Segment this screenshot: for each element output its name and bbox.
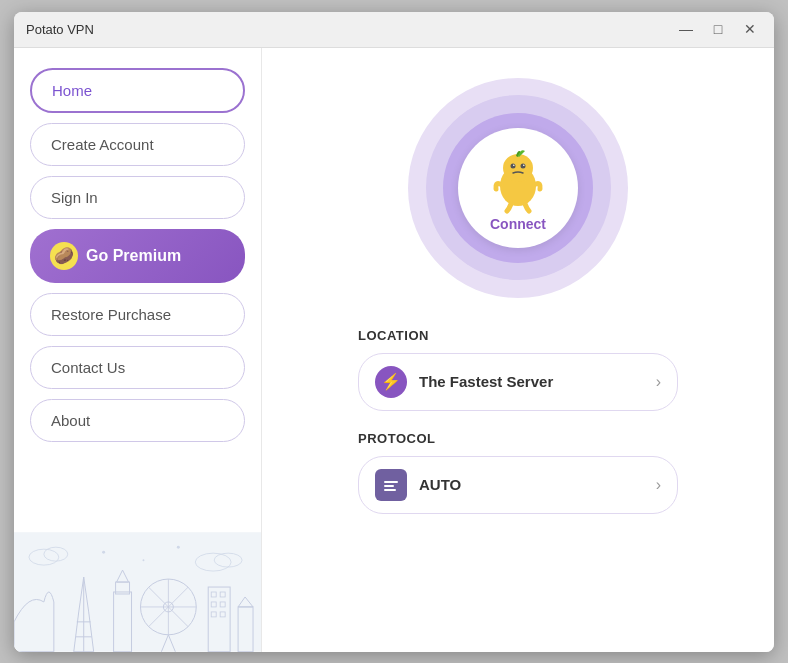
protocol-section: PROTOCOL AUTO › xyxy=(358,431,678,514)
svg-point-30 xyxy=(503,154,533,182)
location-section: LOCATION ⚡ The Fastest Server › xyxy=(358,328,678,411)
sidebar-item-home[interactable]: Home xyxy=(30,68,245,113)
svg-point-32 xyxy=(521,163,526,168)
sidebar-item-sign-in[interactable]: Sign In xyxy=(30,176,245,219)
protocol-icon xyxy=(375,469,407,501)
protocol-selector[interactable]: AUTO › xyxy=(358,456,678,514)
protocol-label: AUTO xyxy=(419,476,656,493)
connect-rings: Connect xyxy=(408,78,628,298)
svg-point-31 xyxy=(511,163,516,168)
minimize-button[interactable]: — xyxy=(674,17,698,41)
window-controls: — □ ✕ xyxy=(674,17,762,41)
sidebar-item-about[interactable]: About xyxy=(30,399,245,442)
svg-rect-37 xyxy=(384,489,396,491)
close-button[interactable]: ✕ xyxy=(738,17,762,41)
sidebar-nav: Home Create Account Sign In 🥔 Go Premium xyxy=(14,48,261,652)
app-body: Home Create Account Sign In 🥔 Go Premium xyxy=(14,48,774,652)
premium-icon: 🥔 xyxy=(50,242,78,270)
sidebar: Home Create Account Sign In 🥔 Go Premium xyxy=(14,48,262,652)
connect-label: Connect xyxy=(490,216,546,232)
svg-rect-35 xyxy=(384,481,398,483)
connect-area: Connect xyxy=(408,78,628,298)
location-label: The Fastest Server xyxy=(419,373,656,390)
lightning-icon: ⚡ xyxy=(375,366,407,398)
titlebar: Potato VPN — □ ✕ xyxy=(14,12,774,48)
location-heading: LOCATION xyxy=(358,328,678,343)
sidebar-item-restore-purchase[interactable]: Restore Purchase xyxy=(30,293,245,336)
protocol-chevron-icon: › xyxy=(656,476,661,494)
location-selector[interactable]: ⚡ The Fastest Server › xyxy=(358,353,678,411)
sidebar-item-premium[interactable]: 🥔 Go Premium xyxy=(30,229,245,283)
maximize-button[interactable]: □ xyxy=(706,17,730,41)
main-content: Connect LOCATION ⚡ The Fastest Server › … xyxy=(262,48,774,652)
sidebar-item-create-account[interactable]: Create Account xyxy=(30,123,245,166)
app-window: Potato VPN — □ ✕ Home Create Account Sig… xyxy=(14,12,774,652)
potato-mascot-icon xyxy=(483,144,553,214)
connect-button[interactable]: Connect xyxy=(458,128,578,248)
svg-rect-36 xyxy=(384,485,394,487)
svg-point-33 xyxy=(513,164,515,166)
protocol-heading: PROTOCOL xyxy=(358,431,678,446)
sidebar-item-contact-us[interactable]: Contact Us xyxy=(30,346,245,389)
svg-point-34 xyxy=(523,164,525,166)
window-title: Potato VPN xyxy=(26,22,674,37)
location-chevron-icon: › xyxy=(656,373,661,391)
